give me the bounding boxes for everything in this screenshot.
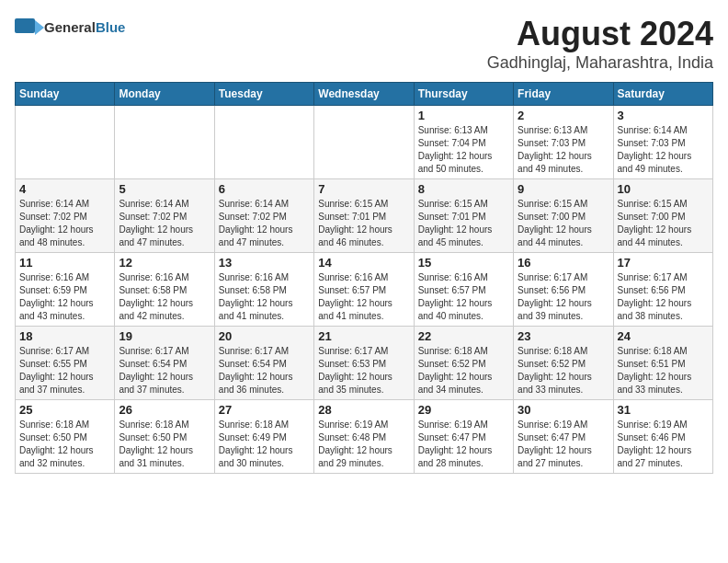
day-info: Sunrise: 6:18 AM Sunset: 6:51 PM Dayligh… — [618, 345, 709, 396]
calendar-cell: 28Sunrise: 6:19 AM Sunset: 6:48 PM Dayli… — [314, 400, 414, 474]
calendar-cell: 15Sunrise: 6:16 AM Sunset: 6:57 PM Dayli… — [414, 253, 513, 327]
day-number: 19 — [119, 329, 210, 343]
day-number: 28 — [318, 403, 409, 417]
calendar-cell — [214, 106, 313, 179]
day-number: 21 — [318, 329, 409, 343]
day-info: Sunrise: 6:17 AM Sunset: 6:54 PM Dayligh… — [219, 345, 310, 396]
calendar-cell: 30Sunrise: 6:19 AM Sunset: 6:47 PM Dayli… — [514, 400, 613, 474]
day-number: 18 — [19, 329, 110, 343]
day-number: 14 — [318, 256, 409, 270]
calendar-header: SundayMondayTuesdayWednesdayThursdayFrid… — [16, 83, 713, 106]
calendar-cell: 20Sunrise: 6:17 AM Sunset: 6:54 PM Dayli… — [214, 327, 313, 400]
calendar-week-5: 25Sunrise: 6:18 AM Sunset: 6:50 PM Dayli… — [16, 400, 713, 474]
day-number: 16 — [518, 256, 609, 270]
day-number: 1 — [418, 109, 509, 122]
calendar-cell: 4Sunrise: 6:14 AM Sunset: 7:02 PM Daylig… — [16, 179, 115, 253]
weekday-header-row: SundayMondayTuesdayWednesdayThursdayFrid… — [16, 83, 713, 106]
calendar-cell: 9Sunrise: 6:15 AM Sunset: 7:00 PM Daylig… — [514, 179, 613, 253]
logo: General Blue — [15, 15, 125, 40]
calendar-cell: 14Sunrise: 6:16 AM Sunset: 6:57 PM Dayli… — [314, 253, 414, 327]
day-number: 11 — [19, 256, 110, 270]
day-info: Sunrise: 6:15 AM Sunset: 7:00 PM Dayligh… — [518, 198, 609, 249]
weekday-header-saturday: Saturday — [613, 83, 712, 106]
calendar-cell: 21Sunrise: 6:17 AM Sunset: 6:53 PM Dayli… — [314, 327, 414, 400]
logo-icon — [15, 15, 44, 40]
day-info: Sunrise: 6:17 AM Sunset: 6:56 PM Dayligh… — [518, 271, 609, 323]
calendar-cell: 2Sunrise: 6:13 AM Sunset: 7:03 PM Daylig… — [514, 106, 613, 179]
day-number: 4 — [19, 182, 110, 196]
logo-general: General — [44, 20, 96, 36]
day-info: Sunrise: 6:16 AM Sunset: 6:57 PM Dayligh… — [318, 271, 409, 323]
calendar-cell — [16, 106, 115, 179]
calendar-cell: 17Sunrise: 6:17 AM Sunset: 6:56 PM Dayli… — [613, 253, 712, 327]
day-info: Sunrise: 6:16 AM Sunset: 6:59 PM Dayligh… — [19, 271, 110, 323]
calendar-week-1: 1Sunrise: 6:13 AM Sunset: 7:04 PM Daylig… — [16, 106, 713, 179]
day-info: Sunrise: 6:18 AM Sunset: 6:50 PM Dayligh… — [19, 419, 110, 470]
day-info: Sunrise: 6:18 AM Sunset: 6:52 PM Dayligh… — [418, 345, 509, 396]
header: General Blue August 2024 Gadhinglaj, Mah… — [15, 15, 713, 73]
day-number: 10 — [618, 182, 709, 196]
calendar-cell: 24Sunrise: 6:18 AM Sunset: 6:51 PM Dayli… — [613, 327, 712, 400]
day-number: 30 — [518, 403, 609, 417]
weekday-header-thursday: Thursday — [414, 83, 513, 106]
day-number: 15 — [418, 256, 509, 270]
svg-marker-1 — [35, 20, 44, 35]
day-info: Sunrise: 6:15 AM Sunset: 7:01 PM Dayligh… — [418, 198, 509, 249]
day-number: 29 — [418, 403, 509, 417]
day-info: Sunrise: 6:14 AM Sunset: 7:03 PM Dayligh… — [618, 124, 709, 176]
day-number: 31 — [618, 403, 709, 417]
day-info: Sunrise: 6:16 AM Sunset: 6:58 PM Dayligh… — [119, 271, 210, 323]
day-number: 26 — [119, 403, 210, 417]
day-info: Sunrise: 6:18 AM Sunset: 6:52 PM Dayligh… — [518, 345, 609, 396]
calendar-cell: 23Sunrise: 6:18 AM Sunset: 6:52 PM Dayli… — [514, 327, 613, 400]
day-info: Sunrise: 6:14 AM Sunset: 7:02 PM Dayligh… — [119, 198, 210, 249]
calendar-week-2: 4Sunrise: 6:14 AM Sunset: 7:02 PM Daylig… — [16, 179, 713, 253]
calendar-week-3: 11Sunrise: 6:16 AM Sunset: 6:59 PM Dayli… — [16, 253, 713, 327]
calendar-cell: 13Sunrise: 6:16 AM Sunset: 6:58 PM Dayli… — [214, 253, 313, 327]
weekday-header-sunday: Sunday — [16, 83, 115, 106]
day-info: Sunrise: 6:17 AM Sunset: 6:56 PM Dayligh… — [618, 271, 709, 323]
day-info: Sunrise: 6:16 AM Sunset: 6:58 PM Dayligh… — [219, 271, 310, 323]
calendar-subtitle: Gadhinglaj, Maharashtra, India — [487, 53, 713, 73]
calendar-cell — [314, 106, 414, 179]
calendar-cell: 22Sunrise: 6:18 AM Sunset: 6:52 PM Dayli… — [414, 327, 513, 400]
day-number: 3 — [618, 109, 709, 122]
day-info: Sunrise: 6:18 AM Sunset: 6:50 PM Dayligh… — [119, 419, 210, 470]
calendar-week-4: 18Sunrise: 6:17 AM Sunset: 6:55 PM Dayli… — [16, 327, 713, 400]
calendar-cell: 31Sunrise: 6:19 AM Sunset: 6:46 PM Dayli… — [613, 400, 712, 474]
day-info: Sunrise: 6:17 AM Sunset: 6:54 PM Dayligh… — [119, 345, 210, 396]
day-number: 9 — [518, 182, 609, 196]
day-number: 20 — [219, 329, 310, 343]
day-number: 23 — [518, 329, 609, 343]
calendar-title: August 2024 — [487, 15, 713, 53]
day-number: 13 — [219, 256, 310, 270]
day-info: Sunrise: 6:14 AM Sunset: 7:02 PM Dayligh… — [19, 198, 110, 249]
calendar-body: 1Sunrise: 6:13 AM Sunset: 7:04 PM Daylig… — [16, 106, 713, 474]
day-info: Sunrise: 6:15 AM Sunset: 7:01 PM Dayligh… — [318, 198, 409, 249]
calendar-cell: 26Sunrise: 6:18 AM Sunset: 6:50 PM Dayli… — [115, 400, 214, 474]
day-number: 12 — [119, 256, 210, 270]
day-info: Sunrise: 6:17 AM Sunset: 6:55 PM Dayligh… — [19, 345, 110, 396]
calendar-cell: 8Sunrise: 6:15 AM Sunset: 7:01 PM Daylig… — [414, 179, 513, 253]
weekday-header-tuesday: Tuesday — [214, 83, 313, 106]
calendar-cell: 16Sunrise: 6:17 AM Sunset: 6:56 PM Dayli… — [514, 253, 613, 327]
day-number: 7 — [318, 182, 409, 196]
day-info: Sunrise: 6:18 AM Sunset: 6:49 PM Dayligh… — [219, 419, 310, 470]
day-number: 22 — [418, 329, 509, 343]
calendar-cell: 25Sunrise: 6:18 AM Sunset: 6:50 PM Dayli… — [16, 400, 115, 474]
calendar-cell: 19Sunrise: 6:17 AM Sunset: 6:54 PM Dayli… — [115, 327, 214, 400]
calendar-cell: 10Sunrise: 6:15 AM Sunset: 7:00 PM Dayli… — [613, 179, 712, 253]
title-area: August 2024 Gadhinglaj, Maharashtra, Ind… — [487, 15, 713, 73]
calendar-cell: 12Sunrise: 6:16 AM Sunset: 6:58 PM Dayli… — [115, 253, 214, 327]
day-info: Sunrise: 6:19 AM Sunset: 6:48 PM Dayligh… — [318, 419, 409, 470]
day-number: 25 — [19, 403, 110, 417]
day-number: 6 — [219, 182, 310, 196]
day-number: 8 — [418, 182, 509, 196]
svg-rect-0 — [15, 18, 35, 33]
day-number: 2 — [518, 109, 609, 122]
calendar-cell: 5Sunrise: 6:14 AM Sunset: 7:02 PM Daylig… — [115, 179, 214, 253]
calendar-table: SundayMondayTuesdayWednesdayThursdayFrid… — [15, 82, 713, 474]
weekday-header-monday: Monday — [115, 83, 214, 106]
day-info: Sunrise: 6:13 AM Sunset: 7:03 PM Dayligh… — [518, 124, 609, 176]
calendar-cell: 7Sunrise: 6:15 AM Sunset: 7:01 PM Daylig… — [314, 179, 414, 253]
